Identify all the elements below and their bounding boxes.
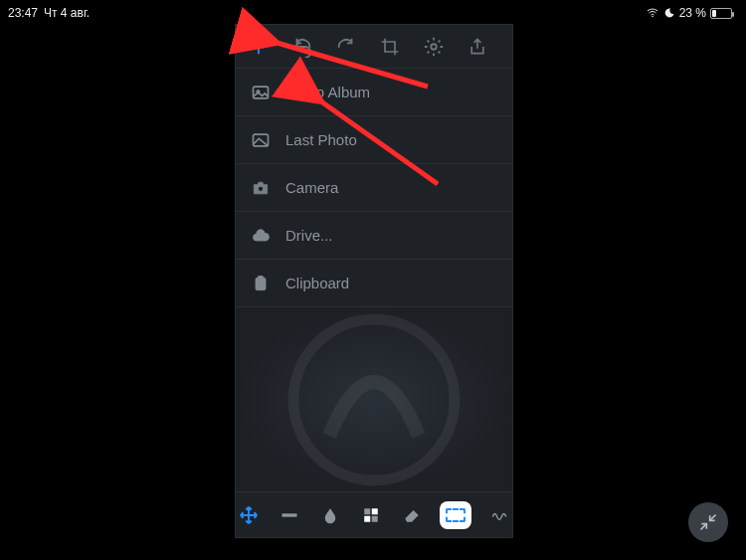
selection-rect-icon: [446, 508, 466, 522]
menu-item-label: Photo Album: [285, 84, 370, 100]
svg-rect-11: [372, 508, 378, 514]
svg-point-5: [258, 186, 263, 191]
import-menu: Photo Album Last Photo Camera Drive... C…: [236, 69, 512, 307]
wifi-icon: [646, 7, 659, 19]
cloud-icon: [250, 225, 272, 247]
svg-rect-2: [254, 87, 269, 98]
add-button[interactable]: [246, 34, 272, 60]
menu-item-last-photo[interactable]: Last Photo: [236, 116, 512, 164]
redo-button[interactable]: [333, 34, 359, 60]
menu-item-label: Clipboard: [285, 275, 349, 291]
share-button[interactable]: [465, 34, 490, 60]
svg-point-0: [652, 16, 653, 18]
photo-album-icon: [250, 82, 272, 103]
pixelate-tool[interactable]: [358, 501, 383, 529]
menu-item-clipboard[interactable]: Clipboard: [236, 260, 512, 307]
menu-item-label: Drive...: [285, 227, 333, 244]
image-icon: [250, 129, 272, 151]
canvas-area[interactable]: [236, 307, 512, 491]
menu-item-label: Camera: [285, 179, 338, 196]
menu-item-label: Last Photo: [285, 131, 357, 148]
svg-point-1: [431, 44, 437, 50]
clipboard-icon: [250, 273, 272, 294]
camera-icon: [250, 177, 272, 199]
svg-rect-10: [364, 508, 370, 514]
bottom-toolbar: [236, 491, 512, 537]
svg-rect-9: [281, 513, 296, 516]
select-tool[interactable]: [440, 501, 471, 529]
scribble-tool[interactable]: [487, 501, 512, 529]
move-tool[interactable]: [236, 501, 261, 529]
svg-point-8: [293, 319, 455, 480]
top-toolbar: [236, 25, 512, 69]
battery-percent: 23 %: [679, 6, 706, 20]
menu-item-photo-album[interactable]: Photo Album: [236, 69, 512, 116]
blur-tool[interactable]: [317, 501, 342, 529]
app-watermark-icon: [284, 310, 464, 489]
do-not-disturb-icon: [663, 7, 675, 19]
eraser-tool[interactable]: [399, 501, 424, 529]
status-date: Чт 4 авг.: [44, 6, 90, 20]
menu-item-drive[interactable]: Drive...: [236, 212, 512, 260]
minimize-fab[interactable]: [688, 502, 728, 542]
status-bar: 23:47 Чт 4 авг. 23 %: [0, 4, 740, 22]
svg-rect-7: [259, 276, 264, 279]
battery-icon: [710, 8, 732, 19]
crop-button[interactable]: [377, 34, 403, 60]
editor-panel: Photo Album Last Photo Camera Drive... C…: [235, 24, 513, 538]
undo-button[interactable]: [289, 34, 315, 60]
menu-item-camera[interactable]: Camera: [236, 164, 512, 212]
settings-button[interactable]: [421, 34, 447, 60]
svg-rect-12: [364, 515, 370, 521]
status-time: 23:47: [8, 6, 38, 20]
svg-rect-13: [372, 515, 378, 521]
line-tool[interactable]: [277, 501, 301, 529]
